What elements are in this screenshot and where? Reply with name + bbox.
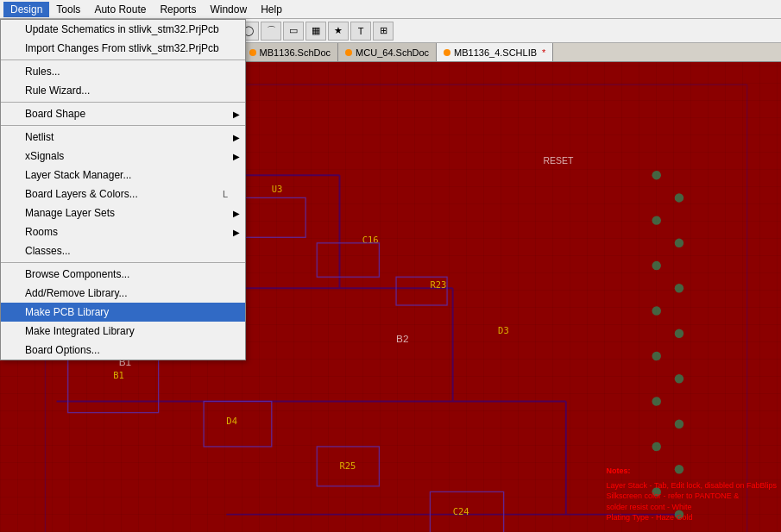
toolbar-btn-8[interactable]: ⌒: [261, 22, 281, 41]
toolbar-btn-13[interactable]: ⊞: [373, 22, 394, 41]
svg-point-36: [652, 216, 660, 224]
toolbar: ⬛ ▦ (Not Saved) ▼ ▶ ◀ ⬛ ⊕ ◯ ⌒ ▭ ▦ ★ T ⊞: [0, 19, 781, 43]
tab-modified-indicator: *: [542, 47, 545, 58]
toolbar-dropdown-project[interactable]: (Not Saved) ▼: [54, 22, 141, 40]
toolbar-btn-1[interactable]: ⬛: [3, 22, 24, 41]
notes-title: Notes:: [607, 466, 777, 477]
svg-text:R4: R4: [181, 144, 192, 154]
svg-point-34: [652, 171, 660, 179]
svg-text:U3: U3: [272, 184, 283, 194]
svg-point-44: [652, 397, 660, 405]
svg-point-40: [652, 306, 660, 315]
menu-autoroute[interactable]: Auto Route: [87, 2, 153, 17]
svg-point-46: [652, 442, 660, 451]
toolbar-btn-11[interactable]: ★: [328, 22, 349, 41]
tab-label: MB1136_4.SCHLIB: [454, 47, 537, 58]
toolbar-btn-4[interactable]: ◀: [171, 22, 192, 41]
notes-line2: Silkscreen color - refer to PANTONE &: [607, 491, 777, 502]
main-area: R1 R4 U3 C16 R23 D3 B1 D4 R25 C24 CN7 CN…: [0, 62, 781, 532]
svg-text:D4: D4: [226, 416, 237, 426]
project-name: (Not Saved): [59, 26, 110, 36]
tabs-bar: Connectors.SchDoc ST_LINK_V2-1.SCHDOC MB…: [0, 43, 781, 62]
tab-dot: [345, 49, 352, 56]
tab-dot: [117, 49, 123, 56]
tab-dot: [444, 49, 450, 56]
svg-text:B1: B1: [119, 356, 131, 368]
menubar: Design Tools Auto Route Reports Window H…: [0, 0, 781, 19]
pcb-background: R1 R4 U3 C16 R23 D3 B1 D4 R25 C24 CN7 CN…: [0, 62, 781, 532]
tab-mcu64[interactable]: MCU_64.SchDoc: [338, 43, 437, 62]
svg-rect-26: [317, 243, 379, 277]
tab-label: Connectors.SchDoc: [17, 47, 102, 58]
svg-text:RESET: RESET: [544, 156, 575, 166]
tab-stlink[interactable]: ST_LINK_V2-1.SCHDOC: [110, 43, 242, 62]
tab-label: ST_LINK_V2-1.SCHDOC: [127, 47, 235, 58]
svg-point-43: [675, 374, 683, 383]
notes-line3: solder resist cont - White: [607, 502, 777, 513]
tab-dot: [7, 49, 14, 56]
toolbar-sep-1: [50, 23, 51, 39]
svg-rect-29: [204, 401, 272, 446]
svg-point-42: [652, 352, 660, 360]
tab-dot: [249, 49, 256, 56]
svg-rect-25: [237, 197, 305, 237]
tab-label: MCU_64.SchDoc: [356, 47, 429, 58]
svg-rect-23: [68, 130, 113, 159]
pcb-canvas[interactable]: R1 R4 U3 C16 R23 D3 B1 D4 R25 C24 CN7 CN…: [0, 62, 781, 532]
tab-mb1136[interactable]: MB1136.SchDoc: [242, 43, 339, 62]
svg-text:R1: R1: [91, 104, 102, 115]
svg-text:R25: R25: [339, 460, 356, 471]
toolbar-btn-3[interactable]: ▶: [148, 22, 169, 41]
toolbar-btn-2[interactable]: ▦: [26, 22, 47, 41]
svg-text:B2: B2: [396, 333, 408, 345]
menu-help[interactable]: Help: [254, 2, 289, 17]
svg-text:R23: R23: [430, 279, 446, 290]
notes-panel: Notes: Layer Stack - Tab, Edit lock, dis…: [607, 466, 777, 523]
pcb-traces: R1 R4 U3 C16 R23 D3 B1 D4 R25 C24 CN7 CN…: [0, 62, 781, 532]
toolbar-btn-10[interactable]: ▦: [305, 22, 326, 41]
toolbar-btn-5[interactable]: ⬛: [193, 22, 214, 41]
svg-point-35: [675, 193, 683, 202]
menu-reports[interactable]: Reports: [153, 2, 203, 17]
tab-connectors[interactable]: Connectors.SchDoc: [0, 43, 110, 62]
svg-point-41: [675, 329, 683, 338]
toolbar-btn-9[interactable]: ▭: [283, 22, 304, 41]
svg-text:D3: D3: [498, 325, 509, 335]
menu-window[interactable]: Window: [203, 2, 254, 17]
svg-point-39: [675, 284, 683, 292]
notes-line4: Plating Type - Haze Gold: [607, 512, 777, 523]
toolbar-btn-12[interactable]: T: [350, 22, 371, 41]
svg-rect-24: [148, 164, 205, 197]
tab-label: MB1136.SchDoc: [260, 47, 331, 58]
svg-point-37: [675, 239, 683, 247]
dropdown-arrow-icon: ▼: [110, 26, 119, 36]
svg-point-45: [675, 419, 683, 428]
toolbar-btn-7[interactable]: ◯: [238, 22, 259, 41]
toolbar-sep-2: [144, 23, 145, 39]
svg-point-38: [652, 261, 660, 270]
menu-tools[interactable]: Tools: [49, 2, 87, 17]
svg-text:C24: C24: [453, 506, 469, 516]
tab-mb1136-schlib[interactable]: MB1136_4.SCHLIB *: [437, 43, 553, 62]
toolbar-btn-6[interactable]: ⊕: [216, 22, 236, 41]
svg-text:B1: B1: [113, 370, 124, 380]
notes-line1: Layer Stack - Tab, Edit lock, disabled o…: [607, 480, 777, 491]
menu-design[interactable]: Design: [3, 2, 49, 17]
